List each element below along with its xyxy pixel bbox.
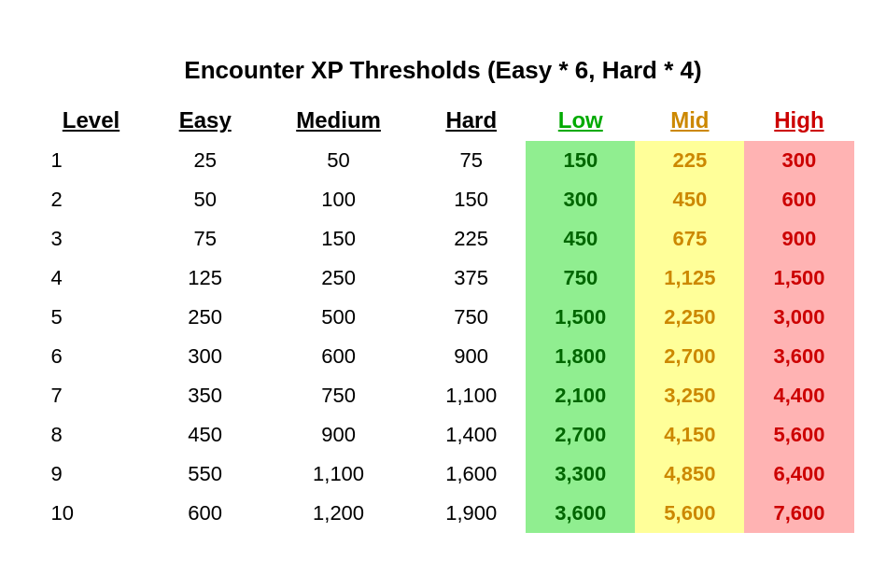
- header-easy: Easy: [149, 100, 260, 141]
- header-hard: Hard: [416, 100, 526, 141]
- xp-threshold-table: Level Easy Medium Hard Low Mid High 1255…: [33, 100, 854, 533]
- table-row: 1255075150225300: [33, 141, 854, 180]
- table-row: 84509001,4002,7004,1505,600: [33, 415, 854, 455]
- table-row: 106001,2001,9003,6005,6007,600: [33, 494, 854, 533]
- header-medium: Medium: [260, 100, 416, 141]
- table-row: 41252503757501,1251,500: [33, 259, 854, 298]
- table-row: 63006009001,8002,7003,600: [33, 337, 854, 376]
- table-row: 250100150300450600: [33, 180, 854, 219]
- table-row: 52505007501,5002,2503,000: [33, 298, 854, 337]
- header-mid: Mid: [635, 100, 744, 141]
- main-container: Encounter XP Thresholds (Easy * 6, Hard …: [14, 37, 873, 552]
- table-row: 375150225450675900: [33, 219, 854, 259]
- header-high: High: [744, 100, 853, 141]
- page-title: Encounter XP Thresholds (Easy * 6, Hard …: [33, 56, 854, 85]
- table-row: 73507501,1002,1003,2504,400: [33, 376, 854, 415]
- table-row: 95501,1001,6003,3004,8506,400: [33, 455, 854, 494]
- header-low: Low: [526, 100, 635, 141]
- header-level: Level: [33, 100, 150, 141]
- table-header-row: Level Easy Medium Hard Low Mid High: [33, 100, 854, 141]
